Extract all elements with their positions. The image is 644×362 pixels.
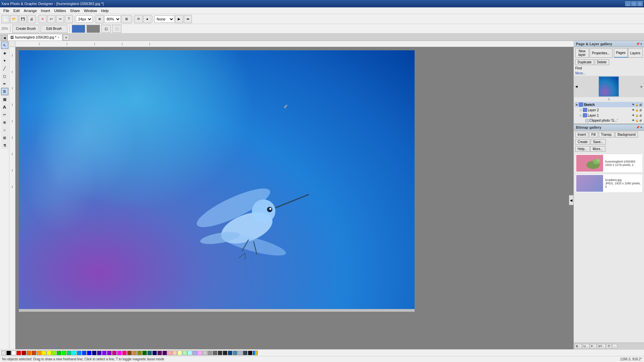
charcoal-swatch[interactable] [243,351,248,355]
page-back-arrow[interactable]: ◀ [575,85,578,88]
magic-wand-tool[interactable]: ✦ [1,57,8,64]
delete-button[interactable]: Delete [595,59,609,65]
background-button[interactable]: Background [615,132,638,137]
dark-orange-swatch[interactable] [32,351,36,355]
gray20-swatch[interactable] [218,351,222,355]
bitmap-pin[interactable]: 📌 [636,126,640,129]
layer-1[interactable]: ▷ Layer 1 👁 🔒 🖨 [575,113,643,118]
layer-gallery-close[interactable]: × [640,42,642,46]
bitmap-item-hummingbird[interactable]: hummingbird-1056383 1920 x 1276 pixels, … [575,154,643,173]
layer1-print[interactable]: 🖨 [639,114,642,117]
ltblue-swatch[interactable] [193,351,197,355]
cyan-swatch[interactable] [72,351,76,355]
pen-tool[interactable]: ✒ [1,80,8,87]
clipped-vis[interactable]: 👁 [632,119,635,122]
gray60-swatch[interactable] [208,351,212,355]
select-tool[interactable]: ↖ [1,42,8,49]
stop-button[interactable]: ✕ [39,15,47,23]
darkpurple-swatch[interactable] [157,351,162,355]
brown-swatch[interactable] [127,351,132,355]
pink-swatch[interactable] [117,351,122,355]
layers-tab[interactable]: Layers [628,48,643,58]
create-button[interactable]: Create [575,139,590,145]
help-icon-button[interactable]: ? [65,15,73,23]
tab-u[interactable]: U... [582,344,590,349]
dark-cyan-swatch[interactable] [228,351,232,355]
redo-button[interactable]: ↪ [56,15,64,23]
zoom-in[interactable]: ⊞ [121,15,131,23]
more-link[interactable]: More... [574,71,644,76]
ltpink-swatch[interactable] [167,351,172,355]
menu-utilities[interactable]: Utilities [52,8,68,13]
clipped-lock[interactable]: 🔒 [635,119,639,122]
layer2-print[interactable]: 🖨 [639,109,642,112]
layer-2[interactable]: ▷ Layer 2 👁 🔒 🖨 [575,107,643,113]
sketch-layer-lock[interactable]: 🔒 [635,103,639,106]
h-scrollbar[interactable] [19,309,415,312]
fill-button[interactable]: Fill [589,132,598,137]
page-thumbnail[interactable] [599,76,619,97]
darkviolet-swatch[interactable] [162,351,167,355]
menu-share[interactable]: Share [68,8,82,13]
eyedropper-tool[interactable]: ⚗ [1,142,8,149]
menu-insert[interactable]: Insert [39,8,52,13]
green2-swatch[interactable] [62,351,66,355]
minimize-button[interactable]: _ [625,1,631,6]
node-tool[interactable]: ◈ [1,49,8,57]
darkblue-swatch[interactable] [92,351,97,355]
brush-size-select[interactable]: 24px [76,15,93,23]
none-select[interactable]: None [154,15,174,23]
gray40-swatch[interactable] [213,351,217,355]
ltgreen-swatch[interactable] [182,351,187,355]
cream-swatch[interactable] [177,351,182,355]
violet-swatch[interactable] [102,351,107,355]
canvas-wrapper[interactable]: ✏ ◀ [15,47,574,343]
crop-tool[interactable]: ⊞ [1,134,8,141]
scissors-tool[interactable]: ✂ [1,111,8,118]
layer2-vis[interactable]: 👁 [632,109,635,112]
zoom-tool[interactable]: ⊕ [1,119,8,126]
zoom-select[interactable]: 80% [104,15,121,23]
gray80-swatch[interactable] [203,351,207,355]
amber-swatch[interactable] [37,351,41,355]
layer1-lock[interactable]: 🔒 [635,114,639,117]
tab-b[interactable]: B... [575,344,582,349]
magenta-swatch[interactable] [112,351,117,355]
panel-collapse-btn[interactable]: ◀ [569,195,574,205]
line-tool[interactable]: ╱ [1,65,8,72]
shape-tool[interactable]: ◻ [1,72,8,80]
silver-swatch[interactable] [238,351,243,355]
brush-tool[interactable]: B [1,88,8,95]
navy-swatch[interactable] [152,351,157,355]
properties-button[interactable]: Properties... [590,48,612,58]
red-swatch[interactable] [16,351,21,355]
new-layer-button[interactable]: New layer [575,48,589,58]
brush-opt1[interactable]: ◱ [101,25,111,33]
layer1-vis[interactable]: 👁 [632,114,635,117]
tab-f[interactable]: F... [590,344,597,349]
tab-more[interactable]: ... [612,344,618,349]
clipped-print[interactable]: 🖨 [639,119,642,122]
rose-swatch[interactable] [122,351,127,355]
undo-button[interactable]: ↩ [47,15,55,23]
ltviolet-swatch[interactable] [198,351,202,355]
peach-swatch[interactable] [172,351,177,355]
sketch-layer-print[interactable]: 🖨 [639,103,642,106]
dark-red-swatch[interactable] [21,351,26,355]
layer2-lock[interactable]: 🔒 [635,109,639,112]
duplicate-button[interactable]: Duplicate [575,59,594,65]
text-tool[interactable]: A [1,103,8,111]
yellow-swatch[interactable] [42,351,46,355]
print-button[interactable]: 🖨 [28,15,36,23]
brush-style-btn[interactable] [87,25,100,33]
bitmap-close[interactable]: × [640,126,642,129]
layer-gallery-pin[interactable]: 📌 [636,42,640,46]
indigo-swatch[interactable] [97,351,102,355]
window-controls[interactable]: _ □ × [625,1,643,6]
insert-button[interactable]: Insert [575,132,588,137]
document-tab[interactable]: 🖼 hummingbird-1056383.jpg * × [7,34,62,41]
record-button[interactable]: ● [143,15,151,23]
darkgray-swatch[interactable] [223,351,227,355]
more-bitmap-button[interactable]: More... [590,146,605,152]
forest-swatch[interactable] [142,351,147,355]
